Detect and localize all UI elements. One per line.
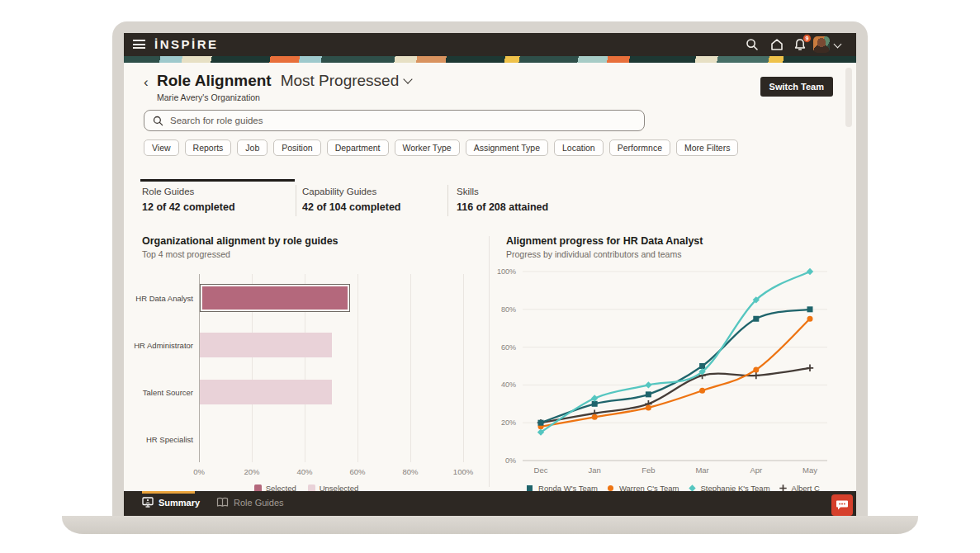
search-icon — [153, 116, 163, 126]
x-tick-label: 60% — [349, 467, 365, 476]
bar-talent-sourcer[interactable] — [200, 380, 332, 404]
view-selector-dropdown[interactable]: Most Progressed — [281, 72, 413, 90]
filter-chip-position[interactable]: Position — [273, 139, 320, 156]
bar-hr-data-analyst[interactable] — [200, 284, 350, 312]
home-icon[interactable] — [769, 37, 784, 52]
category-label: HR Administrator — [124, 341, 193, 350]
top-bar: İNSPİRE 9 — [124, 33, 856, 56]
switch-team-button[interactable]: Switch Team — [760, 77, 833, 97]
nav-item-role-guides[interactable]: Role Guides — [216, 497, 284, 508]
filter-chip-more-filters[interactable]: More Filters — [676, 139, 738, 156]
notification-badge: 9 — [802, 34, 812, 43]
gridline — [410, 274, 411, 462]
charts-divider — [489, 236, 490, 487]
chat-bubble-icon — [836, 499, 849, 511]
filter-chip-reports[interactable]: Reports — [185, 139, 232, 156]
series-ronda-w-s-team — [538, 306, 813, 425]
organization-subtitle: Marie Avery's Organization — [157, 92, 260, 102]
svg-text:Dec: Dec — [534, 466, 548, 475]
filter-chip-job[interactable]: Job — [237, 139, 267, 156]
tab-skills[interactable]: Skills 116 of 208 attained — [457, 187, 548, 213]
svg-text:Jan: Jan — [589, 466, 601, 475]
search-input[interactable] — [163, 116, 644, 125]
series-stephanie-k-s-team — [537, 268, 813, 436]
filter-chip-view[interactable]: View — [144, 139, 179, 156]
bar-chart-subtitle: Top 4 most progressed — [142, 249, 230, 259]
svg-text:0%: 0% — [505, 456, 516, 465]
svg-text:Mar: Mar — [695, 466, 708, 475]
laptop-base — [62, 516, 918, 534]
x-tick-label: 0% — [193, 467, 205, 476]
filter-chip-department[interactable]: Department — [327, 139, 389, 156]
filter-chip-location[interactable]: Location — [554, 139, 604, 156]
tab-role-guides[interactable]: Role Guides 12 of 42 completed — [142, 187, 235, 213]
bar-chart-title: Organizational alignment by role guides — [142, 235, 339, 247]
back-button[interactable]: ‹ — [144, 74, 149, 91]
chat-button[interactable] — [831, 494, 853, 516]
x-tick-label: 100% — [453, 467, 473, 476]
svg-text:100%: 100% — [497, 267, 516, 276]
summary-screen-icon — [142, 497, 154, 508]
gridline — [357, 274, 358, 462]
gridline — [463, 274, 464, 462]
nav-label: Summary — [159, 498, 200, 508]
svg-text:Feb: Feb — [641, 466, 655, 475]
filter-chip-worker-type[interactable]: Worker Type — [395, 139, 460, 156]
series-albert-c — [537, 365, 813, 427]
active-nav-indicator — [142, 491, 195, 494]
x-tick-label: 80% — [402, 467, 418, 476]
tab-label: Capability Guides — [302, 187, 401, 196]
page: İNSPİRE 9 ‹ Role Alignment Most Progress — [0, 0, 980, 553]
active-tab-indicator — [140, 179, 295, 182]
x-tick-label: 20% — [244, 467, 259, 476]
svg-text:Apr: Apr — [750, 466, 762, 475]
scrollbar-thumb[interactable] — [845, 68, 852, 127]
series-warren-c-s-team — [538, 316, 813, 430]
x-tick-label: 40% — [296, 467, 312, 476]
bar-hr-administrator[interactable] — [200, 333, 332, 357]
tab-value: 12 of 42 completed — [142, 201, 235, 213]
tab-label: Skills — [457, 187, 548, 196]
book-icon — [216, 497, 229, 508]
decorative-banner — [124, 56, 856, 63]
chevron-down-icon[interactable] — [835, 41, 841, 48]
tab-label: Role Guides — [142, 187, 235, 196]
nav-item-summary[interactable]: Summary — [142, 497, 200, 508]
line-chart-title: Alignment progress for HR Data Analyst — [506, 235, 703, 247]
tab-capability-guides[interactable]: Capability Guides 42 of 104 completed — [302, 187, 401, 213]
app-screen: İNSPİRE 9 ‹ Role Alignment Most Progress — [124, 33, 856, 516]
chevron-down-icon — [405, 76, 412, 83]
svg-text:40%: 40% — [501, 380, 516, 389]
filter-chip-performnce[interactable]: Performnce — [609, 139, 670, 156]
app-logo: İNSPİRE — [154, 37, 219, 51]
svg-text:60%: 60% — [501, 343, 516, 352]
category-label: HR Data Analyst — [124, 294, 193, 303]
line-chart: 0%20%40%60%80%100%DecJanFebMarAprMay — [495, 256, 837, 479]
svg-text:80%: 80% — [501, 305, 516, 314]
tab-divider — [447, 185, 448, 216]
bottom-nav: Summary Role Guides — [124, 491, 856, 516]
avatar[interactable] — [813, 36, 830, 53]
search-icon[interactable] — [745, 37, 760, 52]
nav-label: Role Guides — [234, 498, 284, 508]
tab-value: 42 of 104 completed — [302, 201, 401, 213]
page-title: Role Alignment — [157, 72, 272, 90]
search-box — [144, 110, 645, 131]
svg-text:20%: 20% — [501, 418, 516, 427]
category-label: HR Specialist — [124, 435, 193, 444]
bar-plot: 0%20%40%60%80%100%HR Data AnalystHR Admi… — [199, 274, 463, 462]
filter-row: ViewReportsJobPositionDepartmentWorker T… — [144, 139, 738, 156]
tab-divider — [296, 185, 296, 216]
menu-icon[interactable] — [133, 40, 145, 49]
header-title-row: Role Alignment Most Progressed — [157, 72, 412, 90]
category-label: Talent Sourcer — [124, 388, 193, 397]
tab-value: 116 of 208 attained — [457, 201, 548, 213]
view-selector-label: Most Progressed — [281, 72, 400, 90]
svg-text:May: May — [802, 466, 817, 475]
filter-chip-assignment-type[interactable]: Assignment Type — [466, 139, 548, 156]
